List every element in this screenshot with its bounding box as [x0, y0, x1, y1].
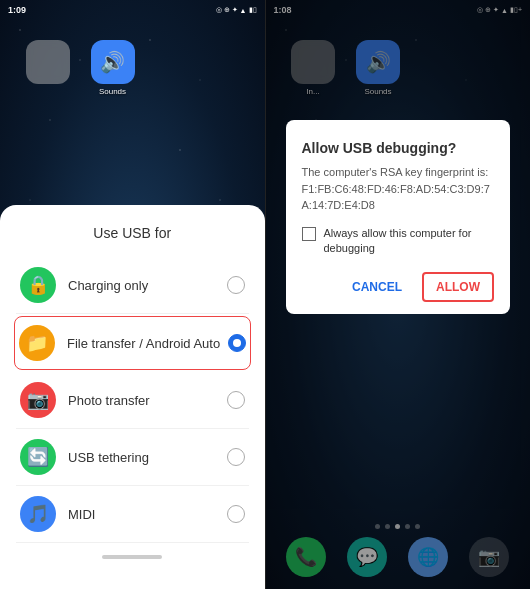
charging-label: Charging only [68, 278, 227, 293]
debug-dialog-title: Allow USB debugging? [302, 140, 495, 156]
left-app-icon-sounds[interactable]: 🔊 Sounds [85, 40, 140, 96]
left-status-bar: 1:09 ◎ ⊕ ✦ ▲ ▮▯ [0, 0, 265, 20]
always-allow-label: Always allow this computer for debugging [324, 226, 495, 257]
usb-option-file-transfer[interactable]: 📁 File transfer / Android Auto [14, 316, 251, 370]
usb-option-photo[interactable]: 📷 Photo transfer [16, 372, 249, 429]
usb-debug-dialog: Allow USB debugging? The computer's RSA … [286, 120, 511, 314]
file-transfer-icon: 📁 [19, 325, 55, 361]
left-phone-panel: 1:09 ◎ ⊕ ✦ ▲ ▮▯ 🔊 Sounds Use USB for 🔒 C… [0, 0, 265, 589]
photo-icon: 📷 [20, 382, 56, 418]
debug-dialog-buttons: CANCEL ALLOW [302, 272, 495, 302]
tethering-label: USB tethering [68, 450, 227, 465]
right-phone-panel: 1:08 ◎ ⊕ ✦ ▲ ▮▯+ In... 🔊 Sounds Allow US… [266, 0, 531, 589]
midi-radio[interactable] [227, 505, 245, 523]
left-sounds-icon: 🔊 [91, 40, 135, 84]
tethering-radio[interactable] [227, 448, 245, 466]
left-battery-icon: ▮▯ [249, 6, 257, 14]
midi-label: MIDI [68, 507, 227, 522]
file-transfer-label: File transfer / Android Auto [67, 336, 228, 351]
left-bt-icon: ✦ [232, 6, 238, 14]
photo-label: Photo transfer [68, 393, 227, 408]
file-transfer-radio[interactable] [228, 334, 246, 352]
left-blur-icon [26, 40, 70, 84]
debug-dialog-body: The computer's RSA key fingerprint is: F… [302, 164, 495, 214]
usb-option-midi[interactable]: 🎵 MIDI [16, 486, 249, 543]
left-app-icon-blur [20, 40, 75, 96]
left-signal-icon: ◎ [216, 6, 222, 14]
left-status-time: 1:09 [8, 5, 26, 15]
left-app-area: 🔊 Sounds [0, 30, 265, 106]
usb-option-tethering[interactable]: 🔄 USB tethering [16, 429, 249, 486]
charging-icon: 🔒 [20, 267, 56, 303]
allow-button[interactable]: ALLOW [422, 272, 494, 302]
charging-radio[interactable] [227, 276, 245, 294]
usb-modal-title: Use USB for [16, 225, 249, 241]
left-wifi-icon: ▲ [240, 7, 247, 14]
midi-icon: 🎵 [20, 496, 56, 532]
debug-checkbox-row: Always allow this computer for debugging [302, 226, 495, 257]
left-nfc-icon: ⊕ [224, 6, 230, 14]
cancel-button[interactable]: CANCEL [340, 272, 414, 302]
left-home-indicator [102, 555, 162, 559]
left-sounds-label: Sounds [99, 87, 126, 96]
usb-option-charging[interactable]: 🔒 Charging only [16, 257, 249, 314]
tethering-icon: 🔄 [20, 439, 56, 475]
photo-radio[interactable] [227, 391, 245, 409]
left-status-icons: ◎ ⊕ ✦ ▲ ▮▯ [216, 6, 257, 14]
always-allow-checkbox[interactable] [302, 227, 316, 241]
usb-modal: Use USB for 🔒 Charging only 📁 File trans… [0, 205, 265, 589]
